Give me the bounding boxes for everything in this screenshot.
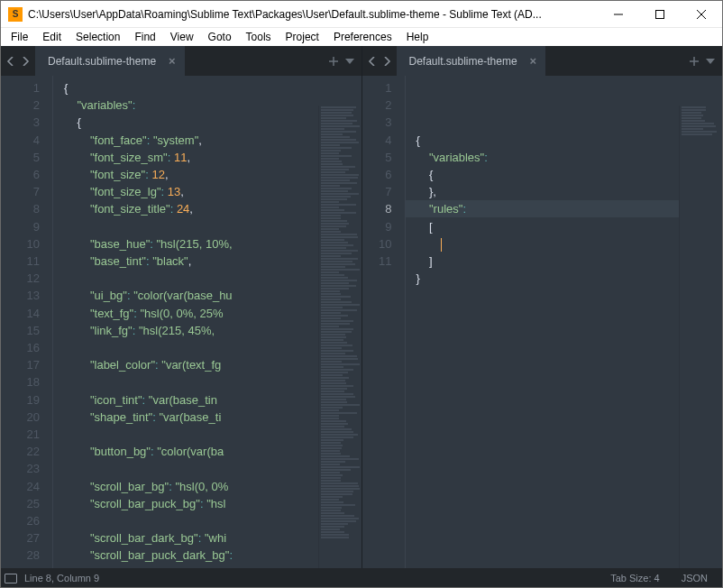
maximize-button[interactable] [639,1,681,28]
editor[interactable]: 1234567891011121314151617181920212223242… [1,76,362,568]
tab-size[interactable]: Tab Size: 4 [610,573,659,583]
close-icon[interactable]: × [169,54,176,68]
tab-history-back-icon[interactable] [5,57,17,66]
left-pane: Default.sublime-theme × 1234567891011121… [1,46,362,568]
new-tab-icon[interactable] [329,57,338,66]
line-gutter: 1234567891011121314151617181920212223242… [1,76,53,568]
window-controls [598,1,722,27]
menu-edit[interactable]: Edit [36,29,68,45]
cursor-position[interactable]: Line 8, Column 9 [24,573,99,583]
syntax[interactable]: JSON [682,573,708,583]
tab-history-back-icon[interactable] [366,57,379,66]
minimize-button[interactable] [598,1,639,28]
tab-bar: Default.sublime-theme × [362,46,723,76]
app-icon: S [8,7,23,22]
window-title: C:\Users\User\AppData\Roaming\Sublime Te… [28,8,598,21]
menu-goto[interactable]: Goto [202,29,238,45]
tab[interactable]: Default.sublime-theme × [35,46,185,76]
menu-selection[interactable]: Selection [69,29,126,45]
menu-help[interactable]: Help [400,29,435,45]
menu-find[interactable]: Find [128,29,161,45]
statusbar: Line 8, Column 9 Tab Size: 4 JSON [1,568,722,588]
code-area[interactable]: { "variables": { "font_face": "system", … [53,76,362,568]
code-area[interactable]: { "variables": { }, "rules": [ ]} [406,76,723,568]
editor[interactable]: 1234567891011 { "variables": { }, "rules… [362,76,723,568]
right-pane: Default.sublime-theme × 1234567891011 { … [362,46,723,568]
tab-label: Default.sublime-theme [409,55,517,68]
menu-tools[interactable]: Tools [240,29,278,45]
tab-dropdown-icon[interactable] [706,57,715,66]
close-button[interactable] [681,1,722,28]
svg-rect-1 [656,11,664,19]
workspace: Default.sublime-theme × 1234567891011121… [1,46,722,568]
titlebar: S C:\Users\User\AppData\Roaming\Sublime … [1,1,722,28]
line-gutter: 1234567891011 [362,76,406,568]
menubar: FileEditSelectionFindViewGotoToolsProjec… [1,28,722,46]
tab-history-forward-icon[interactable] [19,57,32,66]
close-icon[interactable]: × [530,54,537,68]
menu-view[interactable]: View [164,29,200,45]
tab-dropdown-icon[interactable] [345,57,354,66]
tab-bar: Default.sublime-theme × [1,46,362,76]
new-tab-icon[interactable] [690,57,699,66]
panel-switcher-icon[interactable] [5,574,17,583]
tab-history-forward-icon[interactable] [380,57,393,66]
tab-label: Default.sublime-theme [48,55,156,68]
menu-file[interactable]: File [5,29,34,45]
menu-project[interactable]: Project [279,29,325,45]
tab[interactable]: Default.sublime-theme × [397,46,546,76]
menu-preferences[interactable]: Preferences [327,29,398,45]
